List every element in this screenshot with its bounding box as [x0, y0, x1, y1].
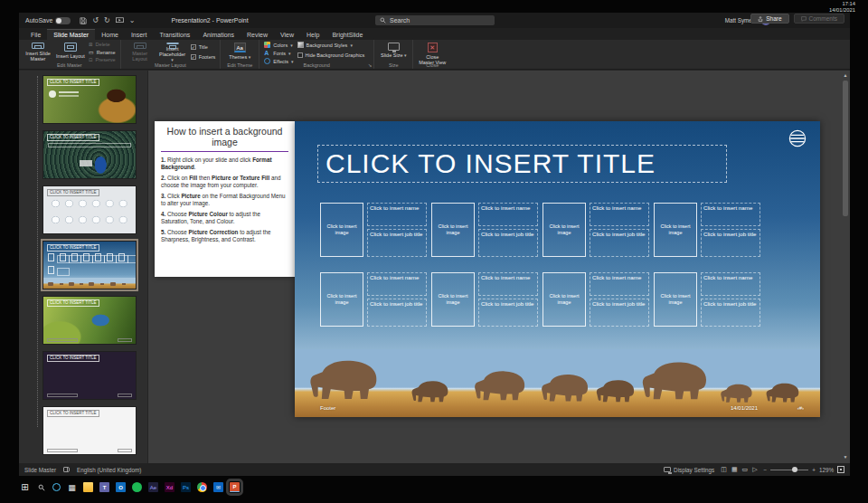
customize-quick-access-icon[interactable]: ⌄ — [129, 17, 136, 24]
insert-slide-master-button[interactable]: Insert Slide Master — [24, 42, 52, 62]
taskbar-clock[interactable]: 17:14 14/01/2021 — [829, 1, 855, 14]
name-placeholder[interactable]: Click to insert name — [701, 203, 760, 226]
thumbnail-lion-photo-layout[interactable]: CLICK TO INSERT TITLE — [42, 75, 137, 124]
powerpoint-icon[interactable]: P — [230, 482, 240, 492]
tab-help[interactable]: Help — [300, 30, 326, 40]
scrollbar-thumb[interactable] — [843, 81, 848, 216]
photoshop-icon[interactable]: Ps — [181, 482, 191, 492]
name-placeholder[interactable]: Click to insert name — [590, 203, 649, 226]
themes-button[interactable]: Aa Themes ▾ — [225, 42, 254, 62]
chrome-icon[interactable] — [197, 482, 207, 492]
file-explorer-icon[interactable] — [83, 482, 93, 492]
zoom-slider-knob[interactable] — [792, 467, 797, 472]
footer-placeholder[interactable]: Footer — [320, 405, 335, 411]
display-settings-button[interactable]: Display Settings — [664, 467, 714, 473]
image-placeholder[interactable]: Click to insert image — [542, 272, 586, 327]
image-placeholder[interactable]: Click to insert image — [320, 203, 363, 257]
footers-checkbox[interactable]: ✓Footers — [191, 54, 216, 60]
colors-button[interactable]: Colors ▾ — [264, 42, 293, 48]
fonts-button[interactable]: AFonts ▾ — [264, 50, 293, 56]
thumbnail-elephants-team-layout[interactable]: CLICK TO INSERT TITLE — [42, 241, 137, 289]
instructions-panel[interactable]: How to insert a background image 1. Righ… — [155, 121, 295, 277]
zoom-in-icon[interactable]: + — [812, 467, 816, 473]
proofing-book-icon[interactable] — [63, 467, 70, 472]
insert-placeholder-button[interactable]: Insert Placeholder ▾ — [158, 42, 187, 62]
slide-sorter-view-icon[interactable]: ▦ — [731, 466, 738, 473]
insert-layout-button[interactable]: Insert Layout — [56, 42, 85, 62]
vertical-scrollbar[interactable]: ▲ ▼ — [842, 72, 849, 460]
outlook-icon[interactable]: O — [116, 482, 126, 492]
name-placeholder[interactable]: Click to insert name — [701, 272, 760, 296]
share-button[interactable]: Share — [750, 14, 788, 24]
tab-view[interactable]: View — [274, 30, 300, 40]
task-view-icon[interactable]: ▦ — [67, 482, 77, 492]
image-placeholder[interactable]: Click to insert image — [431, 272, 475, 327]
reading-view-icon[interactable]: ▭ — [742, 466, 749, 473]
tab-brightslide[interactable]: BrightSlide — [326, 30, 369, 40]
language-label[interactable]: English (United Kingdom) — [77, 467, 141, 473]
name-placeholder[interactable]: Click to insert name — [367, 272, 427, 296]
name-placeholder[interactable]: Click to insert name — [367, 203, 427, 226]
job-title-placeholder[interactable]: Click to insert job title — [478, 229, 538, 257]
date-placeholder[interactable]: 14/01/2021 — [731, 405, 758, 411]
thumbnail-white-title-layout[interactable]: CLICK TO INSERT TITLE — [42, 406, 137, 455]
job-title-placeholder[interactable]: Click to insert job title — [478, 299, 538, 327]
job-title-placeholder[interactable]: Click to insert job title — [701, 229, 760, 257]
job-title-placeholder[interactable]: Click to insert job title — [367, 299, 427, 327]
autosave-switch-icon[interactable] — [55, 17, 71, 24]
adobe-xd-icon[interactable]: Xd — [165, 482, 175, 492]
thumbnail-blue-tit-photo-layout[interactable]: CLICK TO INSERT TITLE — [42, 296, 137, 345]
search-input[interactable]: Search — [375, 15, 495, 25]
tab-home[interactable]: Home — [95, 30, 125, 40]
autosave-toggle[interactable]: AutoSave — [25, 17, 71, 24]
normal-view-icon[interactable]: ◫ — [721, 466, 727, 473]
search-icon[interactable] — [36, 482, 46, 492]
job-title-placeholder[interactable]: Click to insert job title — [590, 299, 649, 327]
name-placeholder[interactable]: Click to insert name — [590, 272, 649, 296]
mail-icon[interactable]: ✉ — [213, 482, 223, 492]
job-title-placeholder[interactable]: Click to insert job title — [590, 229, 649, 257]
slide-number-placeholder[interactable]: ‹#› — [797, 405, 804, 411]
image-placeholder[interactable]: Click to insert image — [654, 203, 697, 257]
slideshow-view-icon[interactable]: ▷ — [752, 466, 757, 473]
title-placeholder[interactable]: CLICK TO INSERT TITLE — [317, 145, 727, 183]
slide-editing-area[interactable]: CLICK TO INSERT TITLE Click to insert im… — [295, 121, 820, 417]
fit-to-window-icon[interactable] — [837, 466, 844, 473]
close-master-view-button[interactable]: ✕ Close Master View — [418, 42, 447, 62]
start-icon[interactable]: ⊞ — [20, 482, 30, 492]
name-placeholder[interactable]: Click to insert name — [478, 203, 538, 226]
tab-animations[interactable]: Animations — [196, 30, 241, 40]
image-placeholder[interactable]: Click to insert image — [542, 203, 586, 257]
zoom-level[interactable]: 129% — [819, 467, 834, 473]
undo-icon[interactable]: ↺ — [92, 17, 99, 24]
background-styles-button[interactable]: Background Styles ▾ — [297, 42, 365, 48]
tab-review[interactable]: Review — [241, 30, 274, 40]
scroll-up-icon[interactable]: ▲ — [844, 72, 848, 78]
teams-icon[interactable]: T — [99, 482, 109, 492]
thumbnail-dark-purple-title-layout[interactable]: CLICK TO INSERT TITLE — [42, 351, 137, 400]
cortana-icon[interactable] — [52, 483, 61, 491]
image-placeholder[interactable]: Click to insert image — [320, 272, 363, 327]
comments-button[interactable]: Comments — [794, 14, 844, 24]
name-placeholder[interactable]: Click to insert name — [478, 272, 538, 296]
tab-file[interactable]: File — [24, 30, 47, 40]
rename-button[interactable]: ▭Rename — [89, 49, 116, 55]
after-effects-icon[interactable]: Ae — [148, 482, 158, 492]
job-title-placeholder[interactable]: Click to insert job title — [367, 229, 427, 257]
redo-icon[interactable]: ↻ — [104, 17, 110, 24]
zoom-out-icon[interactable]: − — [764, 467, 768, 473]
thumbnail-peacock-photo-layout[interactable]: CLICK TO INSERT TITLE — [42, 130, 137, 179]
image-placeholder[interactable]: Click to insert image — [654, 272, 697, 327]
start-presentation-icon[interactable] — [116, 17, 124, 24]
title-checkbox[interactable]: ✓Title — [191, 44, 216, 50]
save-icon[interactable] — [80, 17, 87, 24]
thumbnail-team-circles-layout[interactable]: CLICK TO INSERT TITLE — [42, 185, 137, 234]
spotify-icon[interactable] — [132, 482, 142, 492]
tab-insert[interactable]: Insert — [125, 30, 154, 40]
zoom-slider[interactable] — [770, 470, 808, 470]
image-placeholder[interactable]: Click to insert image — [431, 203, 475, 257]
tab-slide-master[interactable]: Slide Master — [47, 29, 95, 40]
job-title-placeholder[interactable]: Click to insert job title — [701, 299, 760, 327]
slide-size-button[interactable]: Slide Size ▾ — [379, 42, 408, 62]
scroll-down-icon[interactable]: ▼ — [842, 454, 849, 460]
